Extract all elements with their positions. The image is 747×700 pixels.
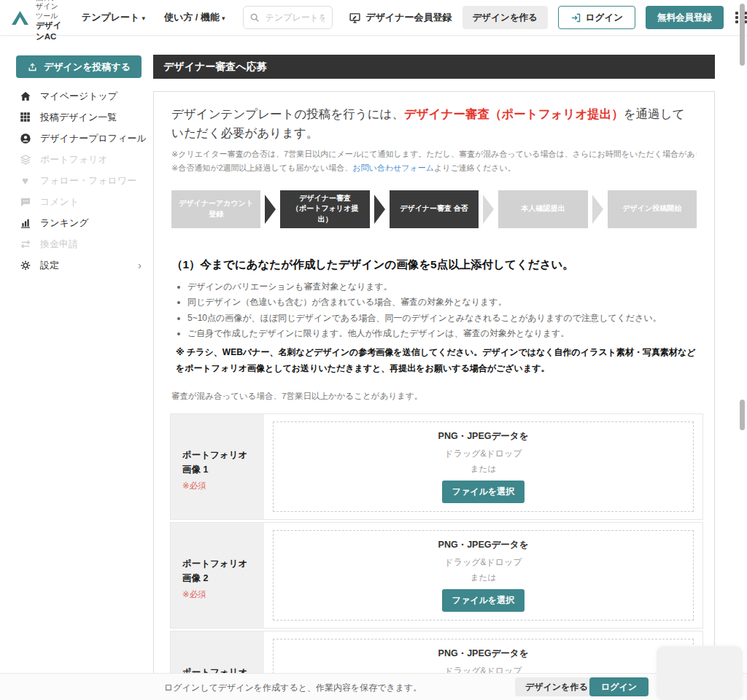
section-1-warning: ※ チラシ、WEBバナー、名刺などデザインの参考画像を送信してください。デザイン… [176, 345, 697, 376]
upload-label-2: ポートフォリオ 画像 2 ※必須 [171, 523, 264, 628]
sidebar-item-portfolio: ポートフォリオ [0, 149, 153, 170]
comment-icon [19, 196, 31, 208]
logo-title: デザインAC [36, 20, 63, 42]
intro-emphasis: デザイナー審査（ポートフォリオ提出） [404, 107, 624, 120]
busy-note: 審査が混み合っている場合、7営業日以上かかることがあります。 [171, 391, 697, 402]
search-input[interactable] [264, 12, 327, 23]
bullet: 同じデザイン（色違いも含む）が含まれている場合、審査の対象外となります。 [187, 295, 697, 311]
corner-widget [657, 646, 743, 700]
application-card: デザインテンプレートの投稿を行うには、デザイナー審査（ポートフォリオ提出）を通過… [153, 91, 715, 700]
arrow-right-icon [483, 195, 494, 224]
intro-heading: デザインテンプレートの投稿を行うには、デザイナー審査（ポートフォリオ提出）を通過… [171, 105, 697, 142]
scrollbar-track[interactable] [735, 0, 747, 700]
exchange-arrows-icon [19, 238, 31, 250]
sidebar: デザインを投稿する マイページトップ 投稿デザイン一覧 デザイナープロフィール … [0, 35, 153, 674]
portfolio-uploads: ポートフォリオ 画像 1 ※必須 PNG・JPEGデータを ドラッグ&ドロップ … [170, 413, 703, 700]
sidebar-item-designer-profile[interactable]: デザイナープロフィール [0, 128, 153, 149]
designer-register-link[interactable]: デザイナー会員登録 [349, 11, 452, 24]
template-search [243, 6, 333, 29]
bullet: デザインのバリエーションも審査対象となります。 [187, 279, 697, 295]
chevron-down-icon: ▾ [142, 15, 145, 22]
post-design-button[interactable]: デザインを投稿する [16, 55, 142, 78]
gear-icon [19, 260, 31, 271]
home-icon [19, 90, 31, 102]
section-1-heading: （1）今までにあなたが作成したデザインの画像を5点以上添付してください。 [171, 257, 697, 273]
login-button[interactable]: ログイン [558, 6, 635, 29]
nav-templates[interactable]: テンプレート▾ [82, 11, 145, 24]
logo-icon [10, 9, 30, 26]
create-design-button[interactable]: デザインを作る [462, 6, 548, 29]
step-account-register: デザイナーアカウント登録 [171, 190, 260, 228]
arrow-right-icon [265, 195, 276, 224]
arrow-right-icon [592, 195, 603, 224]
footer-create-design-button[interactable]: デザインを作る [515, 677, 598, 696]
heart-icon: ♥ [19, 175, 31, 186]
file-select-button[interactable]: ファイルを選択 [442, 481, 525, 503]
search-icon [249, 12, 260, 23]
sidebar-item-follow-followers: ♥ フォロー・フォロワー [0, 170, 153, 191]
scrollbar-thumb[interactable] [740, 4, 745, 66]
chevron-down-icon: ▾ [222, 15, 225, 22]
arrow-right-icon [374, 195, 385, 224]
dropzone-2[interactable]: PNG・JPEGデータを ドラッグ&ドロップ または ファイルを選択 [273, 530, 694, 621]
signup-button[interactable]: 無料会員登録 [646, 6, 724, 29]
brand-logo[interactable]: 無料デザインツール デザインAC [10, 0, 63, 42]
scrollbar-thumb[interactable] [740, 400, 745, 430]
note-line-1: ※クリエイター審査の合否は、7営業日以内にメールにて通知します。ただし、審査が混… [171, 147, 697, 161]
process-steps: デザイナーアカウント登録 デザイナー審査（ポートフォリオ提出） デザイナー審査 … [171, 190, 697, 228]
dropzone-1[interactable]: PNG・JPEGデータを ドラッグ&ドロップ または ファイルを選択 [273, 421, 694, 512]
login-arrow-icon [570, 12, 581, 23]
contact-form-link[interactable]: お問い合わせフォーム [352, 163, 434, 172]
chevron-right-icon: › [138, 259, 142, 271]
step-review-result: デザイナー審査 合否 [390, 190, 479, 228]
app-window: 無料デザインツール デザインAC テンプレート▾ 使い方 / 機能▾ デザイナー… [0, 0, 747, 700]
bullet: ご自身で作成したデザインに限ります。他人が作成したデザインは、審査の対象外となり… [187, 326, 697, 342]
upload-label-1: ポートフォリオ 画像 1 ※必須 [171, 414, 264, 519]
required-badge: ※必須 [182, 479, 264, 492]
logo-subtitle: 無料デザインツール [36, 0, 63, 20]
upload-row-2: ポートフォリオ 画像 2 ※必須 PNG・JPEGデータを ドラッグ&ドロップ … [170, 522, 703, 629]
sidebar-item-posted-designs[interactable]: 投稿デザイン一覧 [0, 106, 153, 128]
sidebar-item-settings[interactable]: 設定 › [0, 254, 153, 276]
upload-icon [27, 61, 38, 72]
user-circle-icon [19, 133, 31, 144]
section-1: （1）今までにあなたが作成したデザインの画像を5点以上添付してください。 デザイ… [154, 228, 714, 402]
main-nav: テンプレート▾ 使い方 / 機能▾ [82, 11, 225, 24]
grid-icon [19, 112, 31, 122]
bar-chart-icon [19, 217, 31, 229]
step-identity-submit: 本人確認提出 [498, 190, 587, 228]
note-line-2: ※合否通知が2週間以上経過しても届かない場合、お問い合わせフォームよりご連絡くだ… [171, 161, 697, 175]
layers-icon [19, 154, 31, 166]
sidebar-item-mypage-top[interactable]: マイページトップ [0, 85, 153, 106]
bullet: 5~10点の画像が、ほぼ同じデザインである場合、同一のデザインとみなされることが… [187, 311, 697, 327]
file-select-button[interactable]: ファイルを選択 [442, 589, 525, 612]
footer-message: ログインしてデザインを作成すると、作業内容を保存できます。 [164, 682, 422, 694]
step-start-posting: デザイン投稿開始 [608, 190, 697, 228]
sidebar-item-comments: コメント [0, 191, 153, 212]
bottom-bar: ログインしてデザインを作成すると、作業内容を保存できます。 デザインを作る ログ… [0, 673, 747, 700]
required-badge: ※必須 [182, 588, 264, 601]
intro-notes: ※クリエイター審査の合否は、7営業日以内にメールにて通知します。ただし、審査が混… [171, 147, 697, 176]
footer-login-button[interactable]: ログイン [589, 677, 649, 696]
main-content: デザイナー審査へ応募 デザインテンプレートの投稿を行うには、デザイナー審査（ポー… [153, 35, 715, 700]
nav-howto-features[interactable]: 使い方 / 機能▾ [164, 11, 225, 24]
top-header: 無料デザインツール デザインAC テンプレート▾ 使い方 / 機能▾ デザイナー… [0, 0, 747, 36]
upload-row-1: ポートフォリオ 画像 1 ※必須 PNG・JPEGデータを ドラッグ&ドロップ … [170, 413, 703, 520]
step-designer-review: デザイナー審査（ポートフォリオ提出） [280, 190, 369, 228]
board-pen-icon [349, 12, 361, 24]
section-1-bullets: デザインのバリエーションも審査対象となります。 同じデザイン（色違いも含む）が含… [187, 279, 697, 342]
sidebar-item-cash-request: 換金申請 [0, 233, 153, 254]
page-title: デザイナー審査へ応募 [153, 55, 715, 79]
sidebar-item-ranking[interactable]: ランキング [0, 212, 153, 233]
